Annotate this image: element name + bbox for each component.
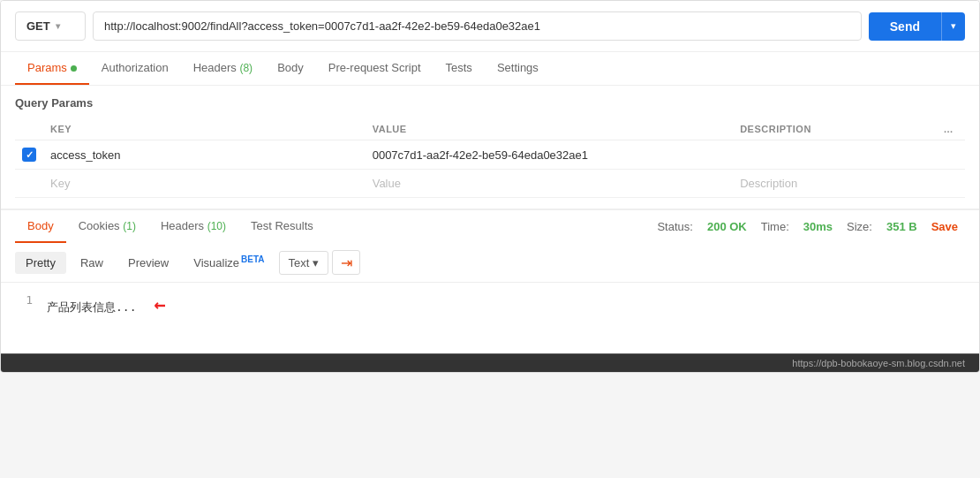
save-response-button[interactable]: Save bbox=[931, 220, 958, 233]
subtab-preview[interactable]: Preview bbox=[117, 252, 179, 274]
tab-tests[interactable]: Tests bbox=[433, 52, 485, 85]
col-more-header: ... bbox=[937, 118, 965, 140]
col-value-header: VALUE bbox=[366, 118, 734, 140]
url-input[interactable] bbox=[93, 11, 862, 41]
empty-row-value-cell: Value bbox=[366, 170, 734, 198]
url-bar: GET ▾ Send ▾ bbox=[1, 1, 979, 52]
response-tabs-section: Body Cookies (1) Headers (10) Test Resul… bbox=[1, 209, 979, 243]
code-content-1: 产品列表信息... ← bbox=[47, 293, 166, 315]
beta-badge: BETA bbox=[241, 254, 264, 264]
row-value-value[interactable]: 0007c7d1-aa2f-42e2-be59-64eda0e32ae1 bbox=[373, 148, 588, 162]
footer-bar: https://dpb-bobokaoye-sm.blog.csdn.net bbox=[1, 353, 979, 372]
size-value: 351 B bbox=[886, 220, 917, 233]
row-desc-cell bbox=[733, 140, 937, 170]
empty-row-desc-cell: Description bbox=[733, 170, 937, 198]
size-label: Size: bbox=[847, 220, 872, 233]
response-tab-body[interactable]: Body bbox=[15, 210, 66, 243]
send-button-group: Send ▾ bbox=[869, 12, 965, 41]
table-row-empty: Key Value Description bbox=[15, 170, 965, 198]
send-dropdown-button[interactable]: ▾ bbox=[941, 12, 965, 41]
subtab-pretty[interactable]: Pretty bbox=[15, 252, 66, 274]
empty-row-key-placeholder[interactable]: Key bbox=[50, 177, 70, 190]
empty-row-desc-placeholder[interactable]: Description bbox=[740, 177, 797, 190]
body-format-dropdown[interactable]: Text ▾ bbox=[279, 251, 329, 275]
tab-params[interactable]: Params bbox=[15, 52, 89, 85]
row-value-cell: 0007c7d1-aa2f-42e2-be59-64eda0e32ae1 bbox=[366, 140, 734, 170]
response-tab-headers[interactable]: Headers (10) bbox=[148, 210, 238, 243]
wrap-button[interactable]: ⇥ bbox=[332, 250, 360, 275]
arrow-annotation: ← bbox=[154, 293, 165, 315]
status-label: Status: bbox=[657, 220, 692, 233]
empty-row-value-placeholder[interactable]: Value bbox=[373, 177, 401, 190]
col-key-header: KEY bbox=[43, 118, 366, 140]
col-desc-header: DESCRIPTION bbox=[733, 118, 937, 140]
request-tabs-section: Params Authorization Headers (8) Body Pr… bbox=[1, 52, 979, 86]
query-params-section: Query Params KEY VALUE DESCRIPTION ... bbox=[1, 86, 979, 209]
response-tabs: Body Cookies (1) Headers (10) Test Resul… bbox=[15, 210, 326, 243]
empty-row-key-cell: Key bbox=[43, 170, 366, 198]
response-tab-test-results[interactable]: Test Results bbox=[238, 210, 326, 243]
footer-watermark: https://dpb-bobokaoye-sm.blog.csdn.net bbox=[792, 358, 965, 368]
status-value: 200 OK bbox=[707, 220, 747, 233]
empty-row-more-cell bbox=[937, 170, 965, 198]
code-area: 1 产品列表信息... ← bbox=[1, 283, 979, 353]
time-value: 30ms bbox=[803, 220, 833, 233]
method-select[interactable]: GET ▾ bbox=[15, 11, 86, 41]
subtab-raw[interactable]: Raw bbox=[70, 252, 114, 274]
params-dot bbox=[71, 65, 77, 72]
row-key-value[interactable]: access_token bbox=[50, 148, 121, 162]
tab-headers[interactable]: Headers (8) bbox=[181, 52, 265, 85]
response-tab-cookies[interactable]: Cookies (1) bbox=[66, 210, 148, 243]
empty-row-checkbox-cell bbox=[15, 170, 43, 198]
tab-authorization[interactable]: Authorization bbox=[89, 52, 181, 85]
request-tabs: Params Authorization Headers (8) Body Pr… bbox=[15, 52, 965, 85]
code-line-1: 1 产品列表信息... ← bbox=[15, 293, 965, 315]
tab-settings[interactable]: Settings bbox=[485, 52, 551, 85]
method-label: GET bbox=[26, 19, 50, 33]
tab-pre-request[interactable]: Pre-request Script bbox=[316, 52, 433, 85]
method-chevron-icon: ▾ bbox=[56, 21, 60, 31]
code-text-1: 产品列表信息... bbox=[47, 300, 136, 314]
row-more-cell bbox=[937, 140, 965, 170]
time-label: Time: bbox=[761, 220, 789, 233]
row-checkbox[interactable] bbox=[22, 148, 36, 162]
status-info: Status: 200 OK Time: 30ms Size: 351 B Sa… bbox=[657, 220, 965, 233]
body-format-label: Text bbox=[289, 256, 310, 269]
query-params-title: Query Params bbox=[15, 96, 965, 110]
row-key-cell: access_token bbox=[43, 140, 366, 170]
body-subtabs-section: Pretty Raw Preview VisualizeBETA Text ▾ … bbox=[1, 243, 979, 283]
table-row: access_token 0007c7d1-aa2f-42e2-be59-64e… bbox=[15, 140, 965, 170]
line-number-1: 1 bbox=[15, 293, 33, 307]
send-button[interactable]: Send bbox=[869, 12, 941, 41]
body-format-chevron-icon: ▾ bbox=[313, 256, 319, 269]
tab-body[interactable]: Body bbox=[265, 52, 316, 85]
main-container: GET ▾ Send ▾ Params Authorization Header… bbox=[0, 0, 980, 373]
row-checkbox-cell bbox=[15, 140, 43, 170]
params-table: KEY VALUE DESCRIPTION ... access_token bbox=[15, 118, 965, 198]
subtab-visualize[interactable]: VisualizeBETA bbox=[183, 250, 275, 274]
col-checkbox bbox=[15, 118, 43, 140]
